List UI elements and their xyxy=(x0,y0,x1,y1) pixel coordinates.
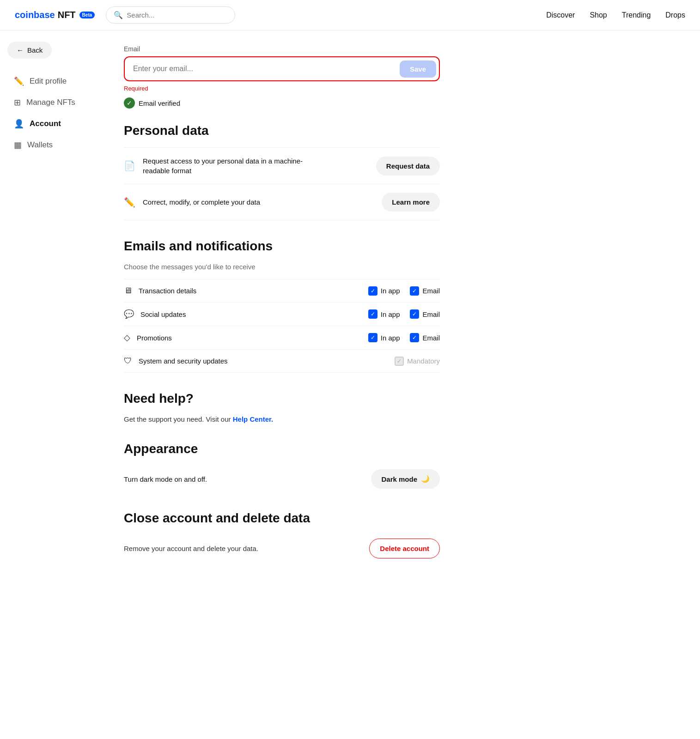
sidebar-item-account[interactable]: 👤 Account xyxy=(7,114,94,133)
required-text: Required xyxy=(124,85,440,92)
back-label: Back xyxy=(27,46,43,54)
notif-row-system: 🛡 System and security updates ✓ Mandator… xyxy=(124,350,440,373)
verified-row: ✓ Email verified xyxy=(124,97,440,109)
personal-data-section: Personal data 📄 Request access to your p… xyxy=(124,123,440,220)
manage-nfts-icon: ⊞ xyxy=(14,97,21,108)
email-label: Email xyxy=(124,45,440,53)
notifications-section: Emails and notifications Choose the mess… xyxy=(124,239,440,373)
data-row-left: ✏️ Correct, modify, or complete your dat… xyxy=(124,197,260,208)
search-icon: 🔍 xyxy=(114,11,123,19)
brand-logo[interactable]: coinbase NFT Beta xyxy=(15,10,95,20)
nav-shop[interactable]: Shop xyxy=(590,11,607,19)
wallets-icon: ▦ xyxy=(14,140,22,150)
notifications-subtitle: Choose the messages you'd like to receiv… xyxy=(124,263,440,271)
appearance-heading: Appearance xyxy=(124,442,440,456)
main-content: Email Save Required ✓ Email verified Per… xyxy=(102,30,462,739)
email-label: Email xyxy=(422,334,440,342)
notif-row-promotions: ◇ Promotions ✓ In app ✓ Email xyxy=(124,326,440,350)
social-inapp-option[interactable]: ✓ In app xyxy=(368,309,400,319)
edit-profile-icon: ✏️ xyxy=(14,76,24,86)
notif-options: ✓ In app ✓ Email xyxy=(368,286,440,296)
email-input[interactable] xyxy=(125,57,397,80)
sidebar-item-label: Wallets xyxy=(27,140,53,150)
sidebar-item-label: Manage NFTs xyxy=(26,98,75,107)
nav-trending[interactable]: Trending xyxy=(622,11,651,19)
search-bar: 🔍 xyxy=(106,6,235,24)
inapp-label: In app xyxy=(381,334,400,342)
edit-icon: ✏️ xyxy=(124,197,135,208)
dark-mode-icon: 🌙 xyxy=(421,475,430,483)
promotions-inapp-option[interactable]: ✓ In app xyxy=(368,333,400,342)
verified-check-icon: ✓ xyxy=(124,97,135,109)
inapp-label: In app xyxy=(381,287,400,295)
nav-drops[interactable]: Drops xyxy=(665,11,685,19)
dark-mode-label: Dark mode xyxy=(381,475,417,483)
notif-options: ✓ In app ✓ Email xyxy=(368,309,440,319)
data-row-learn: ✏️ Correct, modify, or complete your dat… xyxy=(124,184,440,220)
search-input[interactable] xyxy=(127,11,219,19)
verified-text: Email verified xyxy=(139,99,180,107)
dark-mode-button[interactable]: Dark mode 🌙 xyxy=(371,469,440,489)
promotions-icon: ◇ xyxy=(124,333,130,343)
inapp-label: In app xyxy=(381,310,400,318)
save-button[interactable]: Save xyxy=(400,61,436,78)
security-icon: 🛡 xyxy=(124,356,132,366)
notifications-heading: Emails and notifications xyxy=(124,239,440,254)
social-email-checkbox[interactable]: ✓ xyxy=(410,309,419,319)
account-icon: 👤 xyxy=(14,119,24,129)
email-label: Email xyxy=(422,310,440,318)
notif-row-social: 💬 Social updates ✓ In app ✓ Email xyxy=(124,303,440,326)
help-center-link[interactable]: Help Center. xyxy=(233,415,274,423)
transaction-email-checkbox[interactable]: ✓ xyxy=(410,286,419,296)
transaction-email-option[interactable]: ✓ Email xyxy=(410,286,440,296)
request-data-button[interactable]: Request data xyxy=(376,157,440,176)
need-help-prefix: Get the support you need. Visit our xyxy=(124,415,233,423)
beta-badge: Beta xyxy=(79,12,95,18)
data-row-left: 📄 Request access to your personal data i… xyxy=(124,156,318,176)
transaction-inapp-checkbox[interactable]: ✓ xyxy=(368,286,377,296)
request-data-text: Request access to your personal data in … xyxy=(143,156,318,176)
nav-discover[interactable]: Discover xyxy=(546,11,575,19)
social-email-option[interactable]: ✓ Email xyxy=(410,309,440,319)
back-arrow-icon: ← xyxy=(17,46,24,54)
email-label: Email xyxy=(422,287,440,295)
promotions-inapp-checkbox[interactable]: ✓ xyxy=(368,333,377,342)
notif-label-system: System and security updates xyxy=(139,357,395,365)
appearance-section: Appearance Turn dark mode on and off. Da… xyxy=(124,442,440,492)
brand-coinbase: coinbase xyxy=(15,10,55,20)
page-layout: ← Back ✏️ Edit profile ⊞ Manage NFTs 👤 A… xyxy=(0,30,700,739)
data-row-request: 📄 Request access to your personal data i… xyxy=(124,147,440,184)
email-input-row: Save xyxy=(124,56,440,81)
need-help-text: Get the support you need. Visit our Help… xyxy=(124,415,440,423)
social-inapp-checkbox[interactable]: ✓ xyxy=(368,309,377,319)
need-help-heading: Need help? xyxy=(124,391,440,406)
delete-section: Close account and delete data Remove you… xyxy=(124,511,440,562)
social-icon: 💬 xyxy=(124,309,134,319)
notif-label-transaction: Transaction details xyxy=(139,287,368,295)
sidebar-item-edit-profile[interactable]: ✏️ Edit profile xyxy=(7,72,94,91)
sidebar-item-manage-nfts[interactable]: ⊞ Manage NFTs xyxy=(7,93,94,112)
document-icon: 📄 xyxy=(124,160,135,171)
notif-row-transaction: 🖥 Transaction details ✓ In app ✓ Email xyxy=(124,279,440,303)
sidebar-item-label: Account xyxy=(30,119,61,128)
personal-data-heading: Personal data xyxy=(124,123,440,138)
notif-label-social: Social updates xyxy=(140,310,368,318)
promotions-email-option[interactable]: ✓ Email xyxy=(410,333,440,342)
back-button[interactable]: ← Back xyxy=(7,42,52,59)
top-nav: coinbase NFT Beta 🔍 Discover Shop Trendi… xyxy=(0,0,700,30)
transaction-icon: 🖥 xyxy=(124,286,132,296)
notif-options: ✓ In app ✓ Email xyxy=(368,333,440,342)
delete-account-button[interactable]: Delete account xyxy=(369,539,440,558)
need-help-section: Need help? Get the support you need. Vis… xyxy=(124,391,440,423)
mandatory-label: Mandatory xyxy=(407,357,440,365)
notif-options: ✓ Mandatory xyxy=(395,357,440,366)
sidebar-nav: ✏️ Edit profile ⊞ Manage NFTs 👤 Account … xyxy=(7,72,94,155)
system-mandatory-checkbox: ✓ xyxy=(395,357,404,366)
nav-links: Discover Shop Trending Drops xyxy=(546,11,685,19)
transaction-inapp-option[interactable]: ✓ In app xyxy=(368,286,400,296)
sidebar-item-wallets[interactable]: ▦ Wallets xyxy=(7,135,94,155)
delete-row: Remove your account and delete your data… xyxy=(124,535,440,562)
promotions-email-checkbox[interactable]: ✓ xyxy=(410,333,419,342)
learn-more-button[interactable]: Learn more xyxy=(382,193,440,212)
notif-label-promotions: Promotions xyxy=(137,334,368,342)
